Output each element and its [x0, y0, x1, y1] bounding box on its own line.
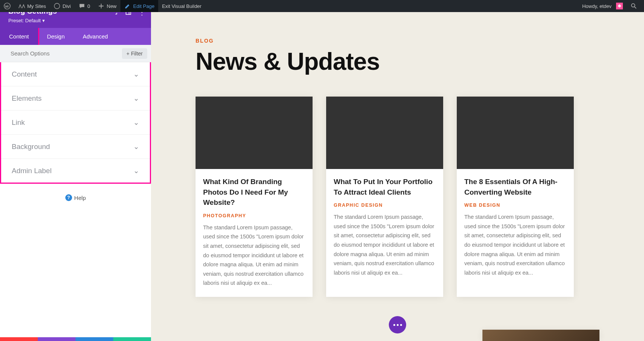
post-excerpt: The standard Lorem Ipsum passage, used s… [464, 212, 566, 277]
chevron-down-icon: ⌄ [133, 70, 139, 78]
chevron-down-icon: ⌄ [133, 118, 139, 127]
section-label: BLOG [196, 38, 599, 44]
user-avatar: ✱ [616, 3, 623, 9]
svg-point-2 [632, 4, 635, 7]
post-category[interactable]: WEB DESIGN [464, 203, 566, 208]
wp-logo[interactable] [0, 0, 14, 12]
post-title[interactable]: The 8 Essentials Of A High-Converting We… [464, 177, 566, 197]
post-title[interactable]: What Kind Of Branding Photos Do I Need F… [203, 177, 305, 208]
tab-design[interactable]: Design [38, 28, 74, 45]
wp-admin-bar: My Sites Divi 0 New Edit Page Exit Visua… [0, 0, 644, 12]
help-link[interactable]: ?Help [0, 184, 151, 212]
section-link[interactable]: Link⌄ [1, 111, 150, 135]
my-sites-link[interactable]: My Sites [14, 0, 50, 12]
section-background[interactable]: Background⌄ [1, 135, 150, 159]
chevron-down-icon: ⌄ [133, 166, 139, 175]
post-thumbnail [326, 97, 443, 169]
action-red[interactable] [0, 337, 38, 341]
action-blue[interactable] [75, 337, 113, 341]
settings-tabs: Content Design Advanced [0, 28, 151, 45]
edit-page-link[interactable]: Edit Page [120, 0, 158, 12]
action-purple[interactable] [38, 337, 75, 341]
chevron-down-icon: ⌄ [133, 94, 139, 103]
section-admin-label[interactable]: Admin Label⌄ [1, 159, 150, 183]
post-title[interactable]: What To Put In Your Portfolio To Attract… [334, 177, 436, 197]
module-settings-panel: Blog Settings Preset: Default▾ ⋮ Content… [0, 0, 151, 341]
search-toggle[interactable] [627, 0, 641, 12]
tab-content[interactable]: Content [0, 27, 39, 45]
search-row: +Filter [0, 45, 151, 62]
builder-fab[interactable] [389, 316, 406, 333]
chevron-down-icon: ⌄ [133, 142, 139, 151]
site-link[interactable]: Divi [50, 0, 75, 12]
plus-icon: + [126, 51, 129, 57]
svg-point-1 [54, 3, 60, 9]
blog-card[interactable]: What Kind Of Branding Photos Do I Need F… [196, 97, 313, 297]
accordion-highlight: Content⌄ Elements⌄ Link⌄ Background⌄ Adm… [0, 62, 151, 184]
new-link[interactable]: New [94, 0, 120, 12]
post-excerpt: The standard Lorem Ipsum passage, used s… [334, 212, 436, 277]
exit-visual-builder-link[interactable]: Exit Visual Builder [158, 0, 205, 12]
post-thumbnail [196, 97, 313, 169]
blog-card-peek[interactable] [482, 330, 599, 341]
post-thumbnail [457, 97, 574, 169]
blog-card[interactable]: What To Put In Your Portfolio To Attract… [326, 97, 443, 297]
filter-button[interactable]: +Filter [122, 48, 147, 59]
howdy-user[interactable]: Howdy, etdev✱ [578, 0, 627, 12]
search-options-input[interactable] [0, 45, 122, 62]
blog-cards: What Kind Of Branding Photos Do I Need F… [196, 97, 599, 297]
page-headline: News & Updates [196, 48, 599, 75]
post-excerpt: The standard Lorem Ipsum passage, used s… [203, 223, 305, 288]
chevron-down-icon: ▾ [42, 18, 45, 23]
post-category[interactable]: PHOTOGRAPHY [203, 213, 305, 218]
panel-action-bar [0, 337, 151, 341]
section-elements[interactable]: Elements⌄ [1, 86, 150, 111]
tab-advanced[interactable]: Advanced [74, 28, 117, 45]
help-icon: ? [65, 194, 72, 201]
comments-link[interactable]: 0 [75, 0, 94, 12]
page-preview: BLOG News & Updates What Kind Of Brandin… [151, 12, 644, 341]
blog-card[interactable]: The 8 Essentials Of A High-Converting We… [457, 97, 574, 297]
section-content[interactable]: Content⌄ [1, 62, 150, 86]
post-category[interactable]: GRAPHIC DESIGN [334, 203, 436, 208]
preset-selector[interactable]: Preset: Default▾ [8, 18, 143, 23]
svg-point-0 [4, 3, 10, 9]
action-green[interactable] [113, 337, 151, 341]
